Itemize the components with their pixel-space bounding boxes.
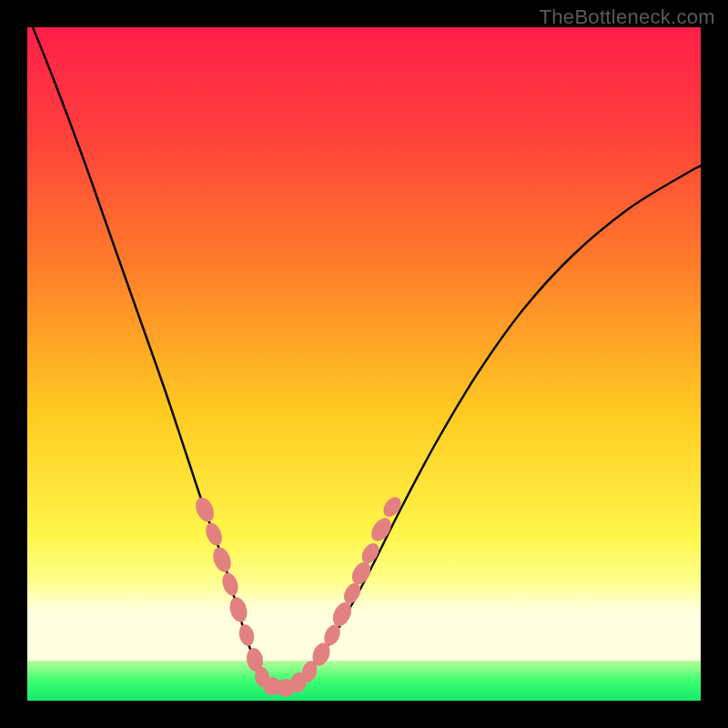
- bottleneck-curve: [27, 27, 701, 690]
- data-marker: [227, 595, 249, 624]
- data-marker: [203, 521, 226, 548]
- marker-layer: [192, 494, 404, 697]
- data-marker: [237, 622, 256, 647]
- chart-frame: TheBottleneck.com: [0, 0, 728, 728]
- data-marker: [210, 545, 234, 574]
- curve-layer: [27, 27, 701, 701]
- watermark-text: TheBottleneck.com: [540, 5, 715, 29]
- data-marker: [349, 559, 375, 588]
- data-marker: [219, 571, 240, 598]
- plot-area: [27, 27, 701, 701]
- data-marker: [192, 495, 217, 525]
